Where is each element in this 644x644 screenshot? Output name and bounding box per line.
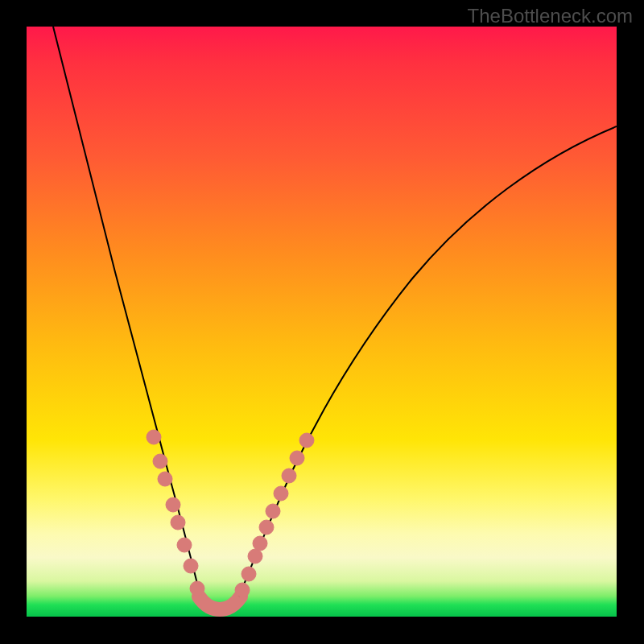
data-dot [158,472,172,486]
data-dot [290,451,304,465]
data-dot [153,454,167,469]
data-dot [248,549,262,564]
data-dot [299,433,314,448]
right-curve [239,126,617,597]
data-dot [242,567,256,581]
data-dot [166,497,180,512]
data-dot [177,538,192,552]
data-dot [171,515,185,530]
data-dot [147,430,161,444]
left-curve [53,27,200,597]
valley-connector [199,597,241,609]
chart-svg [27,27,617,617]
data-dot [184,559,198,573]
data-dot [190,581,204,596]
data-dot [274,486,288,501]
data-dot [235,583,250,597]
plot-area [27,27,617,617]
chart-frame: TheBottleneck.com [0,0,644,644]
watermark-text: TheBottleneck.com [468,5,633,27]
data-dot [253,536,267,551]
data-dot [266,504,280,518]
data-dot [259,520,274,535]
data-dot [282,469,296,483]
